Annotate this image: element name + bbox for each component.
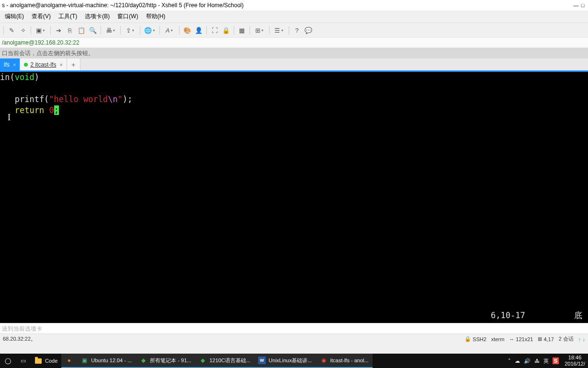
grid-icon[interactable]: ▦ <box>237 25 247 35</box>
menu-help[interactable]: 帮助(H) <box>143 11 169 22</box>
vim-position: 6,10-17 <box>491 310 525 320</box>
send-input[interactable] <box>2 325 586 332</box>
status-connection: 68.20.32:22。 <box>3 335 460 343</box>
copy-icon[interactable]: ⎘ <box>65 25 75 35</box>
status-ssh: 🔒SSH2 <box>464 336 486 342</box>
code-text: ); <box>123 94 132 104</box>
palette-icon[interactable]: 🎨 <box>182 25 192 35</box>
text-cursor-icon: I <box>8 112 11 123</box>
window-titlebar: s - anolgame@anolgame-virtual-machine: ~… <box>0 0 588 11</box>
chevron-up-icon[interactable]: ˄ <box>508 358 511 364</box>
tab-label: 2 itcast-lfs <box>30 61 56 68</box>
menu-options[interactable]: 选项卡(B) <box>82 11 113 22</box>
send-input-bar <box>0 323 588 334</box>
user-icon[interactable]: 👤 <box>193 25 204 35</box>
taskbar-xshell[interactable]: ◉itcast-lfs - anol... <box>316 354 373 368</box>
taskbar-code[interactable]: Code <box>31 354 61 368</box>
tab-strip: lfs × 2 itcast-lfs × + <box>0 58 588 72</box>
taskbar-clock[interactable]: 18:46 2016/12/ <box>562 355 588 367</box>
windows-taskbar: ◯ ▭ Code ● ▣Ubuntu 12.04 - ... ◆所有笔记本 - … <box>0 354 588 368</box>
taskbar-word[interactable]: WUnixLinux基础讲... <box>254 354 316 368</box>
network-icon[interactable]: 🖧 <box>534 358 540 364</box>
send-icon[interactable]: ⇪▼ <box>123 25 137 35</box>
ime-indicator[interactable]: 英 <box>543 357 549 365</box>
globe-icon[interactable]: 🌐▼ <box>143 25 157 35</box>
vm-icon: ▣ <box>80 356 88 364</box>
cortana-button[interactable]: ◯ <box>0 354 15 368</box>
sogou-icon[interactable]: S <box>553 357 559 364</box>
arrow-down-icon: ↓ <box>583 336 586 342</box>
clock-time: 18:46 <box>565 355 585 361</box>
window-title: s - anolgame@anolgame-virtual-machine: ~… <box>2 2 244 9</box>
terminal-view[interactable]: in(void) printf("hello world\n"); return… <box>0 72 588 323</box>
wand-icon[interactable]: ✧ <box>18 25 28 35</box>
folder-icon <box>34 357 42 365</box>
maximize-icon[interactable]: □ <box>579 2 586 8</box>
taskview-button[interactable]: ▭ <box>15 354 31 368</box>
taskbar-evernote2[interactable]: ◆1210C语言基础... <box>195 354 254 368</box>
code-string: " <box>118 94 123 104</box>
menu-view[interactable]: 查看(V) <box>29 11 54 22</box>
taskbar-label: 所有笔记本 - 91... <box>150 357 191 364</box>
font-icon[interactable]: A▼ <box>162 25 177 35</box>
code-text: ) <box>34 72 39 82</box>
code-escape: \n <box>108 94 117 104</box>
tab-lfs[interactable]: lfs × <box>0 58 20 70</box>
hint-bar: 口当前会话，点击左侧的箭头按钮。 <box>0 48 588 58</box>
code-number: 0 <box>49 105 54 115</box>
menu-window[interactable]: 窗口(W) <box>114 11 141 22</box>
cloud-icon[interactable]: ☁ <box>515 358 520 364</box>
column-icon[interactable]: ☰▼ <box>272 25 286 35</box>
lock-icon: 🔒 <box>464 336 471 342</box>
minimize-icon[interactable]: — <box>573 2 579 8</box>
print-icon[interactable]: 🖶▼ <box>103 25 118 35</box>
word-icon: W <box>258 356 266 364</box>
status-dot-icon <box>24 63 28 67</box>
add-tab-button[interactable]: + <box>67 58 80 70</box>
status-term: xterm <box>491 336 505 342</box>
plus-window-icon[interactable]: ⊞▼ <box>252 25 267 35</box>
code-text: printf( <box>0 94 49 104</box>
status-size: ↔121x21 <box>509 336 533 342</box>
grid-icon: ⊞ <box>538 336 542 342</box>
status-pos: ⊞4,17 <box>538 336 554 342</box>
elephant-icon: ◆ <box>139 356 147 364</box>
firefox-icon: ● <box>65 356 73 364</box>
lock-icon[interactable]: 🔒 <box>221 25 231 35</box>
help-icon[interactable]: ? <box>292 25 302 35</box>
system-tray[interactable]: ˄ ☁ 🔊 🖧 英 S <box>505 357 562 365</box>
chat-icon[interactable]: 💬 <box>303 25 314 35</box>
close-icon[interactable]: × <box>13 62 16 68</box>
taskbar-label: Ubuntu 12.04 - ... <box>91 357 132 363</box>
taskbar-firefox[interactable]: ● <box>61 354 77 368</box>
hint-text: 口当前会话，点击左侧的箭头按钮。 <box>2 49 94 58</box>
menu-edit[interactable]: 编辑(E) <box>2 11 27 22</box>
clock-date: 2016/12/ <box>565 361 585 367</box>
tab-itcast-lfs[interactable]: 2 itcast-lfs × <box>20 58 67 70</box>
elephant-icon: ◆ <box>199 356 206 364</box>
code-keyword: return <box>15 105 44 115</box>
address-text: /anolgame@192.168.20.32:22 <box>2 39 79 46</box>
paste-icon[interactable]: 📋 <box>76 25 87 35</box>
arrow-icon[interactable]: ➔ <box>53 25 64 35</box>
address-bar[interactable]: /anolgame@192.168.20.32:22 <box>0 37 588 48</box>
menubar: 编辑(E) 查看(V) 工具(T) 选项卡(B) 窗口(W) 帮助(H) <box>0 11 588 23</box>
taskbar-evernote1[interactable]: ◆所有笔记本 - 91... <box>136 354 195 368</box>
xshell-icon: ◉ <box>320 356 328 364</box>
taskbar-label: itcast-lfs - anol... <box>330 357 369 363</box>
code-text: in( <box>0 72 15 82</box>
volume-icon[interactable]: 🔊 <box>524 358 531 364</box>
search-icon[interactable]: 🔍 <box>88 25 98 35</box>
taskbar-ubuntu[interactable]: ▣Ubuntu 12.04 - ... <box>77 354 136 368</box>
brush-icon[interactable]: ✎ <box>6 25 17 35</box>
terminal-cursor: ; <box>54 105 59 115</box>
taskbar-label: 1210C语言基础... <box>209 357 250 364</box>
resize-icon: ↔ <box>509 336 514 342</box>
taskview-icon: ▭ <box>19 357 27 365</box>
arrow-up-icon: ↑ <box>578 336 581 342</box>
connect-icon[interactable]: ▣▼ <box>34 25 48 35</box>
fullscreen-icon[interactable]: ⛶ <box>209 25 220 35</box>
toolbar: ✎ ✧ ▣▼ ➔ ⎘ 📋 🔍 🖶▼ ⇪▼ 🌐▼ A▼ 🎨 👤 ⛶ 🔒 ▦ ⊞▼ … <box>0 23 588 37</box>
menu-tools[interactable]: 工具(T) <box>56 11 80 22</box>
close-icon[interactable]: × <box>59 62 62 68</box>
